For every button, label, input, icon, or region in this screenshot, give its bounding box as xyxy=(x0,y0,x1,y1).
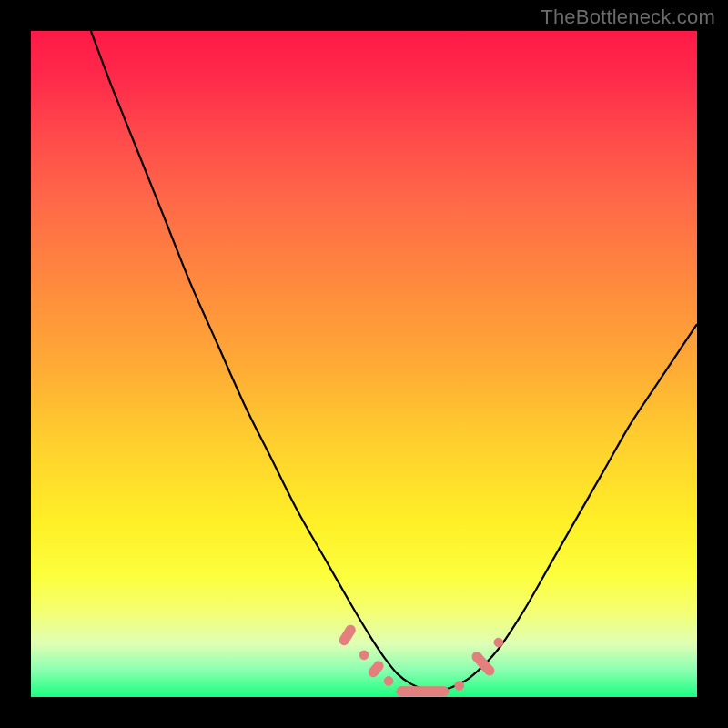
curve-marker-dot xyxy=(359,651,369,660)
curve-marker-dot xyxy=(494,638,503,647)
curve-marker-capsule xyxy=(367,660,385,679)
curve-overlay xyxy=(0,0,728,728)
curve-marker-dot xyxy=(455,682,464,691)
curve-marker-capsule xyxy=(338,623,357,646)
curve-marker-dot xyxy=(384,677,393,686)
chart-frame: TheBottleneck.com xyxy=(0,0,728,728)
curve-marker-capsule xyxy=(397,687,449,696)
bottleneck-curve xyxy=(91,31,697,691)
